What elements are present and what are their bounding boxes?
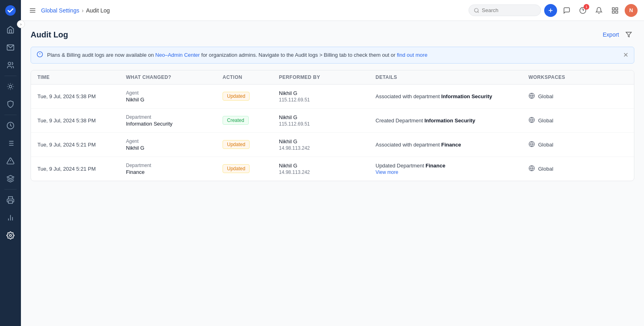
export-button[interactable]: Export [603,31,619,38]
audit-table: Time What changed? Action Performed by D… [31,70,634,181]
cell-details-1: Created Department Information Security [376,118,528,124]
svg-point-22 [475,8,478,12]
svg-point-2 [8,62,11,65]
svg-line-23 [478,11,479,12]
chat-button[interactable] [560,4,573,17]
col-details: Details [376,74,528,80]
page-title: Audit Log [31,30,68,39]
filter-button[interactable] [623,29,634,40]
banner-link-neo[interactable]: Neo–Admin Center [155,52,200,58]
perf-ip-2: 14.98.113.242 [279,145,376,151]
action-badge-0: Updated [223,92,250,101]
cell-workspace-1: Global [528,117,593,124]
col-time: Time [37,74,126,80]
cell-details-0: Associated with department Information S… [376,93,528,99]
sidebar-item-clock[interactable] [0,117,21,134]
menu-icon[interactable] [27,5,38,16]
workspace-icon-2 [528,141,535,149]
add-button[interactable] [544,4,557,17]
cell-details-3: Updated Department FinanceView more [376,163,528,175]
cell-time-0: Tue, 9 Jul, 2024 5:38 PM [37,93,126,99]
svg-rect-14 [8,201,12,204]
banner-close[interactable]: ✕ [623,51,628,59]
sidebar-item-bug[interactable] [0,78,21,95]
topnav-actions: 1 N [544,4,638,17]
detail-bold-0: Information Security [441,93,492,99]
sidebar-item-chart[interactable] [0,209,21,227]
search-icon [474,8,479,13]
breadcrumb-current: Audit Log [86,7,110,14]
info-icon [37,51,43,59]
workspace-icon-3 [528,165,535,173]
avatar[interactable]: N [625,4,638,17]
main-area: Global Settings › Audit Log 1 [21,0,644,326]
cell-action-0: Updated [223,92,279,101]
perf-name-1: Nikhil G [279,114,376,120]
perf-name-3: Nikhil G [279,163,376,169]
perf-ip-3: 14.98.113.242 [279,169,376,175]
breadcrumb-link-global-settings[interactable]: Global Settings [41,7,79,14]
cell-action-3: Updated [223,164,279,173]
page-content: Audit Log Export Plans & Billing audit l… [21,21,644,326]
view-more-link[interactable]: View more [376,169,528,175]
sidebar-item-shield[interactable] [0,95,21,113]
page-header: Audit Log Export [31,29,634,40]
breadcrumb-separator: › [82,7,84,14]
sidebar-item-print[interactable] [0,191,21,209]
cell-workspace-0: Global [528,93,593,100]
cell-what-2: Agent Nikhil G [126,138,223,151]
cell-time-2: Tue, 9 Jul, 2024 5:21 PM [37,142,126,148]
grid-button[interactable] [609,4,621,17]
cell-performed-1: Nikhil G 115.112.69.51 [279,114,376,127]
perf-name-2: Nikhil G [279,138,376,144]
sidebar-divider [4,76,17,76]
what-type-1: Department [126,114,223,120]
detail-bold-1: Information Security [424,118,475,124]
what-type-0: Agent [126,90,223,96]
sidebar-item-mail[interactable] [0,39,21,56]
what-name-3: Finance [126,169,223,175]
sidebar-toggle[interactable]: › [17,20,25,28]
cell-performed-2: Nikhil G 14.98.113.242 [279,138,376,151]
notification-button[interactable] [592,4,605,17]
info-banner: Plans & Billing audit logs are now avail… [31,47,634,64]
svg-point-3 [9,85,12,88]
svg-rect-28 [612,8,614,10]
table-row: Tue, 9 Jul, 2024 5:38 PM Agent Nikhil G … [31,85,634,109]
cell-time-1: Tue, 9 Jul, 2024 5:38 PM [37,118,126,124]
what-type-3: Department [126,163,223,168]
sidebar-item-contacts[interactable] [0,56,21,74]
cell-what-0: Agent Nikhil G [126,90,223,103]
search-input[interactable] [482,7,530,13]
workspace-name-0: Global [538,93,553,99]
table-row: Tue, 9 Jul, 2024 5:21 PM Department Fina… [31,157,634,181]
workspace-name-2: Global [538,142,553,148]
sidebar-logo[interactable] [0,0,21,21]
what-name-2: Nikhil G [126,145,223,151]
sidebar-item-layers[interactable] [0,170,21,188]
sidebar-item-alert[interactable] [0,152,21,170]
workspace-icon-0 [528,93,535,100]
action-badge-2: Updated [223,140,250,149]
col-workspaces: Workspaces [528,74,593,80]
col-performed: Performed by [279,74,376,80]
page-actions: Export [603,29,634,40]
sidebar: › [0,0,21,326]
action-badge-1: Created [223,116,249,125]
sidebar-item-list[interactable] [0,134,21,152]
cell-performed-0: Nikhil G 115.112.69.51 [279,90,376,103]
search-box[interactable] [469,4,541,16]
cell-performed-3: Nikhil G 14.98.113.242 [279,163,376,175]
detail-bold-2: Finance [441,142,461,148]
what-name-1: Information Security [126,121,223,127]
help-button[interactable]: 1 [576,4,589,17]
workspace-icon-1 [528,117,535,124]
sidebar-item-settings[interactable] [0,227,21,244]
cell-workspace-2: Global [528,141,593,149]
cell-action-2: Updated [223,140,279,149]
sidebar-divider-2 [4,115,17,115]
breadcrumb: Global Settings › Audit Log [41,7,110,14]
cell-workspace-3: Global [528,165,593,173]
svg-rect-31 [616,11,618,13]
banner-link-more[interactable]: find out more [397,52,427,58]
